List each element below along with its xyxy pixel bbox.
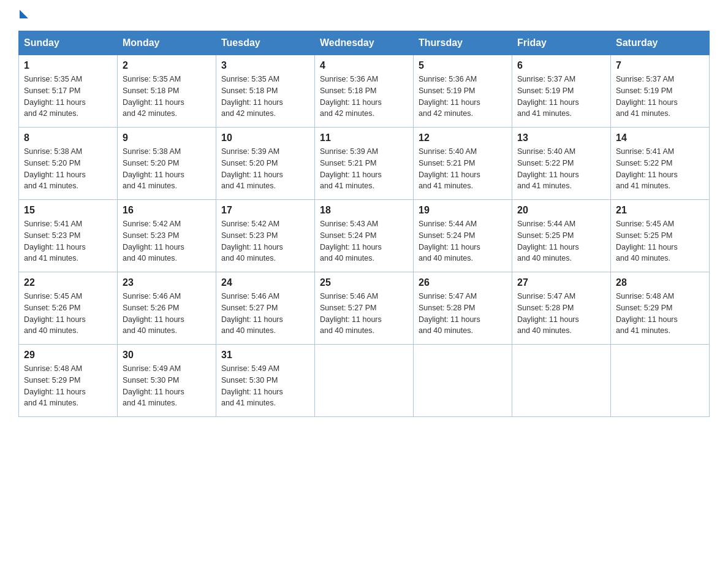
calendar-cell: 13 Sunrise: 5:40 AM Sunset: 5:22 PM Dayl… [512,128,611,200]
calendar-cell: 28 Sunrise: 5:48 AM Sunset: 5:29 PM Dayl… [611,272,710,345]
logo-triangle-icon [20,10,28,18]
day-number: 26 [419,277,507,288]
day-info: Sunrise: 5:37 AM Sunset: 5:19 PM Dayligh… [517,74,605,120]
day-info: Sunrise: 5:40 AM Sunset: 5:21 PM Dayligh… [419,146,507,192]
calendar-cell: 29 Sunrise: 5:48 AM Sunset: 5:29 PM Dayl… [19,345,118,417]
day-info: Sunrise: 5:48 AM Sunset: 5:29 PM Dayligh… [616,291,704,337]
calendar-cell: 7 Sunrise: 5:37 AM Sunset: 5:19 PM Dayli… [611,55,710,128]
day-number: 11 [320,132,408,144]
day-number: 16 [123,205,211,216]
day-number: 8 [24,132,112,144]
day-info: Sunrise: 5:37 AM Sunset: 5:19 PM Dayligh… [616,74,704,120]
calendar-cell: 21 Sunrise: 5:45 AM Sunset: 5:25 PM Dayl… [611,200,710,272]
day-info: Sunrise: 5:46 AM Sunset: 5:27 PM Dayligh… [221,291,309,337]
day-info: Sunrise: 5:49 AM Sunset: 5:30 PM Dayligh… [221,363,309,409]
calendar-cell: 18 Sunrise: 5:43 AM Sunset: 5:24 PM Dayl… [315,200,414,272]
calendar-header-saturday: Saturday [611,31,710,55]
day-info: Sunrise: 5:36 AM Sunset: 5:19 PM Dayligh… [419,74,507,120]
day-info: Sunrise: 5:36 AM Sunset: 5:18 PM Dayligh… [320,74,408,120]
calendar-week-row: 8 Sunrise: 5:38 AM Sunset: 5:20 PM Dayli… [19,128,710,200]
day-number: 18 [320,205,408,216]
day-number: 29 [24,350,112,361]
day-info: Sunrise: 5:38 AM Sunset: 5:20 PM Dayligh… [24,146,112,192]
day-info: Sunrise: 5:47 AM Sunset: 5:28 PM Dayligh… [419,291,507,337]
day-number: 4 [320,60,408,71]
calendar-week-row: 29 Sunrise: 5:48 AM Sunset: 5:29 PM Dayl… [19,345,710,417]
calendar-cell: 25 Sunrise: 5:46 AM Sunset: 5:27 PM Dayl… [315,272,414,345]
calendar-week-row: 15 Sunrise: 5:41 AM Sunset: 5:23 PM Dayl… [19,200,710,272]
day-number: 9 [123,132,211,144]
calendar-cell: 4 Sunrise: 5:36 AM Sunset: 5:18 PM Dayli… [315,55,414,128]
calendar-cell [315,345,414,417]
calendar-cell: 31 Sunrise: 5:49 AM Sunset: 5:30 PM Dayl… [216,345,315,417]
calendar-week-row: 22 Sunrise: 5:45 AM Sunset: 5:26 PM Dayl… [19,272,710,345]
day-number: 13 [517,132,605,144]
day-info: Sunrise: 5:44 AM Sunset: 5:24 PM Dayligh… [419,218,507,264]
day-info: Sunrise: 5:39 AM Sunset: 5:20 PM Dayligh… [221,146,309,192]
calendar-cell: 8 Sunrise: 5:38 AM Sunset: 5:20 PM Dayli… [19,128,118,200]
calendar-cell: 9 Sunrise: 5:38 AM Sunset: 5:20 PM Dayli… [118,128,216,200]
day-info: Sunrise: 5:49 AM Sunset: 5:30 PM Dayligh… [123,363,211,409]
calendar-cell: 16 Sunrise: 5:42 AM Sunset: 5:23 PM Dayl… [118,200,216,272]
page-header [18,12,710,18]
day-number: 10 [221,132,309,144]
day-number: 25 [320,277,408,288]
calendar-header-friday: Friday [512,31,611,55]
day-info: Sunrise: 5:45 AM Sunset: 5:26 PM Dayligh… [24,291,112,337]
calendar-cell: 12 Sunrise: 5:40 AM Sunset: 5:21 PM Dayl… [414,128,512,200]
calendar-cell: 5 Sunrise: 5:36 AM Sunset: 5:19 PM Dayli… [414,55,512,128]
day-number: 14 [616,132,704,144]
day-number: 24 [221,277,309,288]
day-info: Sunrise: 5:46 AM Sunset: 5:26 PM Dayligh… [123,291,211,337]
day-number: 2 [123,60,211,71]
calendar-cell: 14 Sunrise: 5:41 AM Sunset: 5:22 PM Dayl… [611,128,710,200]
day-info: Sunrise: 5:39 AM Sunset: 5:21 PM Dayligh… [320,146,408,192]
day-number: 15 [24,205,112,216]
calendar-week-row: 1 Sunrise: 5:35 AM Sunset: 5:17 PM Dayli… [19,55,710,128]
calendar-cell: 20 Sunrise: 5:44 AM Sunset: 5:25 PM Dayl… [512,200,611,272]
day-number: 3 [221,60,309,71]
calendar-cell: 19 Sunrise: 5:44 AM Sunset: 5:24 PM Dayl… [414,200,512,272]
day-info: Sunrise: 5:40 AM Sunset: 5:22 PM Dayligh… [517,146,605,192]
day-number: 20 [517,205,605,216]
calendar-table: SundayMondayTuesdayWednesdayThursdayFrid… [18,31,710,417]
calendar-cell: 24 Sunrise: 5:46 AM Sunset: 5:27 PM Dayl… [216,272,315,345]
calendar-header-row: SundayMondayTuesdayWednesdayThursdayFrid… [19,31,710,55]
calendar-cell: 2 Sunrise: 5:35 AM Sunset: 5:18 PM Dayli… [118,55,216,128]
calendar-cell [512,345,611,417]
day-info: Sunrise: 5:45 AM Sunset: 5:25 PM Dayligh… [616,218,704,264]
day-info: Sunrise: 5:41 AM Sunset: 5:23 PM Dayligh… [24,218,112,264]
calendar-cell [414,345,512,417]
day-number: 28 [616,277,704,288]
day-info: Sunrise: 5:35 AM Sunset: 5:18 PM Dayligh… [123,74,211,120]
day-number: 17 [221,205,309,216]
calendar-cell: 26 Sunrise: 5:47 AM Sunset: 5:28 PM Dayl… [414,272,512,345]
calendar-header-wednesday: Wednesday [315,31,414,55]
day-number: 27 [517,277,605,288]
calendar-header-thursday: Thursday [414,31,512,55]
calendar-cell: 27 Sunrise: 5:47 AM Sunset: 5:28 PM Dayl… [512,272,611,345]
calendar-header-monday: Monday [118,31,216,55]
day-info: Sunrise: 5:35 AM Sunset: 5:18 PM Dayligh… [221,74,309,120]
calendar-cell: 23 Sunrise: 5:46 AM Sunset: 5:26 PM Dayl… [118,272,216,345]
calendar-cell: 10 Sunrise: 5:39 AM Sunset: 5:20 PM Dayl… [216,128,315,200]
day-number: 22 [24,277,112,288]
calendar-cell [611,345,710,417]
logo [18,12,28,18]
day-info: Sunrise: 5:38 AM Sunset: 5:20 PM Dayligh… [123,146,211,192]
calendar-cell: 11 Sunrise: 5:39 AM Sunset: 5:21 PM Dayl… [315,128,414,200]
day-info: Sunrise: 5:46 AM Sunset: 5:27 PM Dayligh… [320,291,408,337]
day-info: Sunrise: 5:41 AM Sunset: 5:22 PM Dayligh… [616,146,704,192]
calendar-header-tuesday: Tuesday [216,31,315,55]
day-info: Sunrise: 5:35 AM Sunset: 5:17 PM Dayligh… [24,74,112,120]
day-number: 1 [24,60,112,71]
day-info: Sunrise: 5:42 AM Sunset: 5:23 PM Dayligh… [221,218,309,264]
calendar-cell: 30 Sunrise: 5:49 AM Sunset: 5:30 PM Dayl… [118,345,216,417]
day-number: 12 [419,132,507,144]
day-number: 5 [419,60,507,71]
calendar-cell: 22 Sunrise: 5:45 AM Sunset: 5:26 PM Dayl… [19,272,118,345]
calendar-cell: 3 Sunrise: 5:35 AM Sunset: 5:18 PM Dayli… [216,55,315,128]
day-info: Sunrise: 5:48 AM Sunset: 5:29 PM Dayligh… [24,363,112,409]
calendar-cell: 15 Sunrise: 5:41 AM Sunset: 5:23 PM Dayl… [19,200,118,272]
calendar-cell: 17 Sunrise: 5:42 AM Sunset: 5:23 PM Dayl… [216,200,315,272]
